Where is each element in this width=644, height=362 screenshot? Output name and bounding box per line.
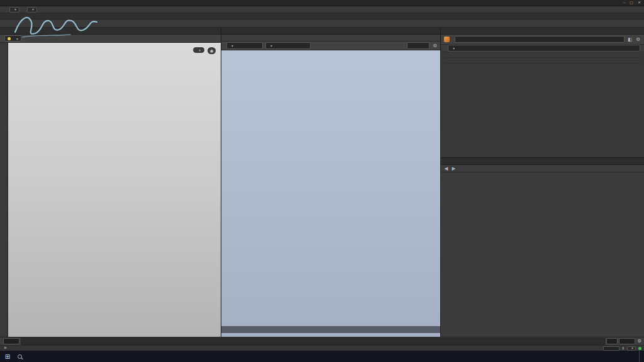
renderview-settings-icon[interactable] <box>432 43 438 49</box>
update-mode-selector[interactable] <box>627 346 636 351</box>
render-camera-selector[interactable] <box>265 42 311 49</box>
network-wires <box>441 173 644 337</box>
left-viewport-pane <box>0 28 221 337</box>
minimize-button[interactable] <box>623 0 625 6</box>
render-image <box>221 50 440 337</box>
node-type-icon <box>444 37 450 42</box>
parameters-pane <box>441 28 644 157</box>
renderview-menubar <box>221 35 440 42</box>
range-start-field[interactable] <box>606 338 618 344</box>
close-button[interactable] <box>638 0 641 6</box>
back-icon[interactable] <box>443 166 449 172</box>
window-titlebar[interactable] <box>0 0 644 6</box>
window-controls <box>623 0 641 6</box>
timeline-slider[interactable] <box>21 338 605 345</box>
watermark-signature <box>10 8 117 41</box>
cook-indicator-icon[interactable] <box>638 347 641 350</box>
network-path-bar <box>441 165 644 173</box>
lock-icon[interactable] <box>627 37 633 43</box>
node-name-field[interactable] <box>455 36 625 43</box>
show-desktop-button[interactable] <box>639 351 641 362</box>
houdini-window: ≡ ▲▼ <box>0 0 644 362</box>
network-editor-pane <box>441 158 644 337</box>
renderview-controls <box>221 42 440 50</box>
network-graph[interactable] <box>441 173 644 337</box>
system-tray <box>631 351 644 362</box>
search-icon[interactable] <box>18 354 22 359</box>
status-bar: ≡ ▲▼ <box>0 345 644 351</box>
left-viewport-canvas[interactable] <box>8 43 221 337</box>
render-stamp <box>221 326 440 333</box>
camera-selector-pill[interactable] <box>193 47 204 53</box>
forward-icon[interactable] <box>451 166 457 172</box>
current-frame-field[interactable] <box>3 338 19 344</box>
playback-options-icon[interactable] <box>636 338 642 344</box>
center-pane-tab-strip <box>221 28 440 35</box>
maximize-button[interactable] <box>630 0 633 6</box>
windows-taskbar <box>0 351 644 362</box>
render-viewport[interactable] <box>221 50 440 337</box>
start-button[interactable] <box>0 353 15 360</box>
snapshot-pill[interactable] <box>208 47 216 54</box>
range-end-field[interactable] <box>619 338 635 344</box>
parameter-header <box>441 35 644 45</box>
playbar <box>0 337 644 345</box>
zoom-level-field[interactable] <box>407 42 430 49</box>
param-input-field[interactable] <box>448 45 640 52</box>
render-view-pane <box>221 28 440 337</box>
left-viewport-render <box>8 43 221 337</box>
cook-count-field[interactable] <box>603 346 619 351</box>
parameter-row-input <box>441 45 644 52</box>
gear-icon[interactable] <box>635 37 641 43</box>
spin-arrows[interactable]: ▲▼ <box>622 346 625 351</box>
network-pane-tab-strip <box>441 158 644 165</box>
parameters-pane-tab-strip <box>441 28 644 35</box>
viewport-side-toolbar <box>0 43 8 337</box>
parameters-body <box>441 52 644 157</box>
aov-selector[interactable] <box>226 42 263 49</box>
